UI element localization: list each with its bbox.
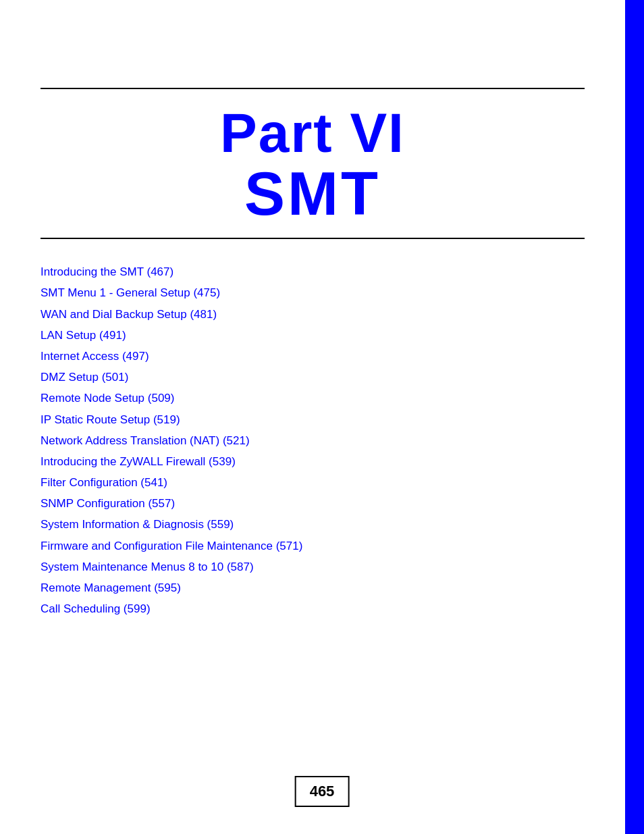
toc-link[interactable]: Firmware and Configuration File Maintena… <box>41 540 302 552</box>
page-number: 465 <box>295 776 350 807</box>
toc-link[interactable]: Remote Management (595) <box>41 581 181 594</box>
toc-link[interactable]: Call Scheduling (599) <box>41 602 151 615</box>
right-sidebar-bar <box>625 0 644 834</box>
toc-link[interactable]: DMZ Setup (501) <box>41 371 128 384</box>
toc-link[interactable]: Introducing the ZyWALL Firewall (539) <box>41 455 236 468</box>
toc-item[interactable]: Network Address Translation (NAT) (521) <box>41 432 585 450</box>
main-content: Part VI SMT Introducing the SMT (467)SMT… <box>0 0 644 834</box>
smt-title: SMT <box>41 163 585 224</box>
toc-link[interactable]: Internet Access (497) <box>41 350 149 363</box>
toc-link[interactable]: IP Static Route Setup (519) <box>41 413 180 426</box>
page-container: Part VI SMT Introducing the SMT (467)SMT… <box>0 0 644 834</box>
top-divider <box>41 88 585 89</box>
toc-link[interactable]: Network Address Translation (NAT) (521) <box>41 434 250 447</box>
toc-item[interactable]: Introducing the SMT (467) <box>41 263 585 281</box>
toc-link[interactable]: SNMP Configuration (557) <box>41 497 175 510</box>
toc-link[interactable]: System Maintenance Menus 8 to 10 (587) <box>41 561 254 573</box>
toc-item[interactable]: System Maintenance Menus 8 to 10 (587) <box>41 558 585 576</box>
bottom-divider <box>41 238 585 239</box>
toc-item[interactable]: DMZ Setup (501) <box>41 368 585 386</box>
toc-item[interactable]: Filter Configuration (541) <box>41 473 585 492</box>
toc-item[interactable]: SMT Menu 1 - General Setup (475) <box>41 284 585 302</box>
toc-item[interactable]: LAN Setup (491) <box>41 326 585 344</box>
toc-item[interactable]: IP Static Route Setup (519) <box>41 411 585 429</box>
toc-item[interactable]: Internet Access (497) <box>41 347 585 365</box>
toc-link[interactable]: WAN and Dial Backup Setup (481) <box>41 308 217 321</box>
part-title-text: Part VI <box>220 102 405 163</box>
top-section: Part VI SMT Introducing the SMT (467)SMT… <box>41 88 585 618</box>
toc-item[interactable]: Remote Management (595) <box>41 579 585 597</box>
toc-link[interactable]: Filter Configuration (541) <box>41 476 167 489</box>
toc-link[interactable]: LAN Setup (491) <box>41 329 126 342</box>
part-title: Part VI <box>41 103 585 163</box>
toc-link[interactable]: System Information & Diagnosis (559) <box>41 518 234 531</box>
smt-title-text: SMT <box>244 160 381 228</box>
toc-item[interactable]: WAN and Dial Backup Setup (481) <box>41 305 585 323</box>
toc-link[interactable]: Remote Node Setup (509) <box>41 392 174 405</box>
toc-item[interactable]: Introducing the ZyWALL Firewall (539) <box>41 452 585 471</box>
toc-link[interactable]: Introducing the SMT (467) <box>41 265 173 278</box>
toc-item[interactable]: SNMP Configuration (557) <box>41 494 585 513</box>
table-of-contents: Introducing the SMT (467)SMT Menu 1 - Ge… <box>41 263 585 618</box>
toc-item[interactable]: Call Scheduling (599) <box>41 600 585 618</box>
toc-item[interactable]: Remote Node Setup (509) <box>41 389 585 407</box>
toc-item[interactable]: Firmware and Configuration File Maintena… <box>41 537 585 555</box>
toc-link[interactable]: SMT Menu 1 - General Setup (475) <box>41 286 220 299</box>
toc-item[interactable]: System Information & Diagnosis (559) <box>41 515 585 533</box>
